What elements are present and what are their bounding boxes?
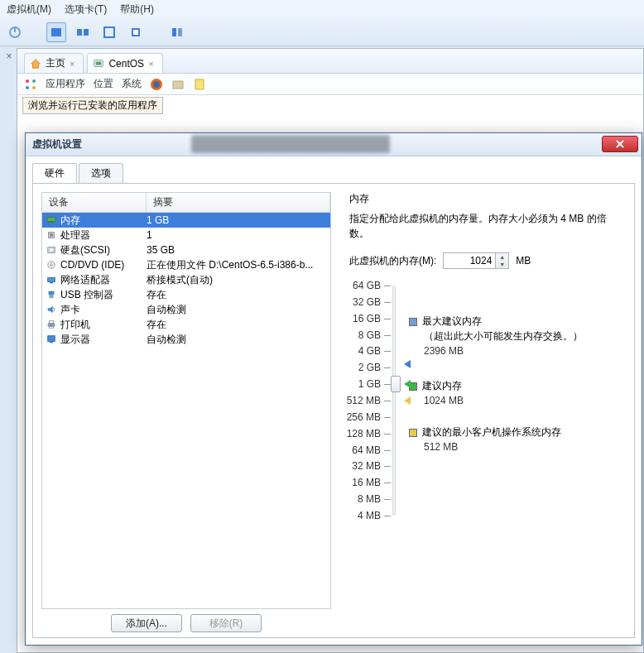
tab-home-close-icon[interactable]: ×: [70, 59, 74, 69]
view-multi-icon[interactable]: [73, 22, 93, 42]
fullscreen-icon[interactable]: [99, 22, 119, 42]
dialog-titlebar[interactable]: 虚拟机设置: [26, 133, 642, 156]
col-device: 设备: [42, 193, 147, 212]
scale-tick-label: 1 GB: [358, 378, 381, 390]
dialog-body: 硬件 选项 设备 摘要 内存1 GB处理器1硬盘(SCSI)35 GBCD/DV…: [26, 156, 642, 645]
power-icon[interactable]: [5, 22, 25, 42]
svg-rect-20: [195, 79, 204, 89]
device-row-cd[interactable]: CD/DVD (IDE)正在使用文件 D:\CentOS-6.5-i386-b.…: [42, 257, 330, 272]
appbar-apps[interactable]: 应用程序: [46, 77, 85, 91]
scale-tick-label: 8 GB: [358, 329, 381, 341]
device-summary: 桥接模式(自动): [147, 273, 327, 287]
spinner-up-icon[interactable]: ▲: [496, 253, 508, 261]
appbar-system[interactable]: 系统: [122, 77, 142, 91]
files-icon[interactable]: [171, 78, 185, 91]
device-list[interactable]: 设备 摘要 内存1 GB处理器1硬盘(SCSI)35 GBCD/DVD (IDE…: [41, 192, 331, 609]
menu-tabs[interactable]: 选项卡(T): [65, 2, 107, 17]
scale-tick: [384, 384, 391, 385]
add-device-button[interactable]: 添加(A)...: [111, 614, 182, 632]
svg-point-18: [153, 81, 160, 88]
device-name: 处理器: [60, 228, 90, 242]
device-row-mem[interactable]: 内存1 GB: [42, 213, 330, 228]
home-icon: [30, 58, 41, 70]
notes-icon[interactable]: [193, 78, 206, 91]
scale-tick: [384, 367, 391, 368]
svg-point-32: [50, 264, 53, 266]
spinner-down-icon[interactable]: ▼: [496, 261, 508, 268]
hdd-icon: [46, 245, 57, 255]
dsp-icon: [46, 334, 57, 344]
device-row-usb[interactable]: USB 控制器存在: [42, 287, 330, 302]
guest-appbar: 应用程序 位置 系统: [17, 74, 643, 95]
tab-hardware[interactable]: 硬件: [32, 163, 77, 183]
device-row-net[interactable]: 网络适配器桥接模式(自动): [42, 272, 330, 287]
mem-icon: [46, 215, 57, 225]
svg-marker-10: [31, 59, 41, 68]
cpu-icon: [46, 230, 57, 240]
cd-icon: [46, 260, 57, 270]
scale-tick-label: 256 MB: [347, 411, 381, 423]
menu-help[interactable]: 帮助(H): [120, 2, 154, 17]
snd-icon: [46, 305, 57, 314]
svg-rect-4: [84, 29, 89, 36]
pane-close-icon[interactable]: ×: [3, 51, 15, 63]
device-name: 打印机: [60, 318, 90, 332]
tab-centos-close-icon[interactable]: ×: [148, 59, 153, 69]
scale-tick: [384, 417, 391, 418]
svg-rect-35: [49, 291, 55, 295]
remove-device-button: 移除(R): [190, 614, 262, 632]
scale-tick: [384, 434, 391, 435]
library-icon[interactable]: [167, 22, 187, 42]
memory-slider-thumb[interactable]: [391, 376, 401, 392]
legend-max-value: 2396 MB: [424, 345, 464, 357]
tab-centos[interactable]: CentOS ×: [87, 53, 162, 73]
scale-tick-label: 2 GB: [358, 362, 381, 373]
scale-tick-label: 64 GB: [353, 280, 381, 291]
firefox-icon[interactable]: [150, 78, 163, 91]
svg-rect-34: [50, 282, 52, 284]
svg-rect-42: [50, 342, 52, 343]
svg-rect-38: [48, 323, 55, 326]
device-name: 声卡: [60, 303, 80, 317]
marker-min-icon: [404, 396, 411, 405]
svg-rect-28: [50, 233, 52, 236]
device-row-prn[interactable]: 打印机存在: [42, 317, 330, 332]
legend-min: 建议的最小客户机操作系统内存 512 MB: [409, 425, 583, 454]
svg-rect-24: [48, 222, 50, 223]
svg-point-15: [26, 86, 29, 89]
apps-icon: [24, 78, 37, 91]
device-row-hdd[interactable]: 硬盘(SCSI)35 GB: [42, 242, 330, 257]
tooltip-bar: 浏览并运行已安装的应用程序: [17, 95, 643, 113]
memory-input[interactable]: [443, 252, 496, 269]
unity-icon[interactable]: [126, 22, 146, 42]
device-row-snd[interactable]: 声卡自动检测: [42, 302, 330, 317]
scale-tick: [384, 335, 391, 336]
device-summary: 1: [147, 229, 327, 241]
scale-tick: [384, 499, 391, 500]
device-row-cpu[interactable]: 处理器1: [42, 228, 330, 242]
svg-point-30: [50, 248, 52, 251]
memory-panel: 内存 指定分配给此虚拟机的内存量。内存大小必须为 4 MB 的倍数。 此虚拟机的…: [339, 184, 634, 637]
tab-centos-label: CentOS: [108, 58, 144, 70]
memory-spinner[interactable]: ▲▼: [496, 252, 509, 269]
svg-marker-37: [48, 306, 53, 314]
tab-options[interactable]: 选项: [79, 163, 123, 183]
memory-description: 指定分配给此虚拟机的内存量。内存大小必须为 4 MB 的倍数。: [349, 211, 624, 241]
scale-tick: [384, 401, 391, 401]
settings-panel: 设备 摘要 内存1 GB处理器1硬盘(SCSI)35 GBCD/DVD (IDE…: [32, 183, 635, 638]
scale-tick: [384, 516, 391, 516]
blurred-header-fragment: [191, 135, 390, 153]
memory-slider-track[interactable]: [392, 286, 396, 516]
view-single-icon[interactable]: [46, 22, 66, 42]
scale-tick-label: 8 MB: [358, 493, 381, 505]
svg-rect-26: [52, 222, 54, 223]
tab-home[interactable]: 主页 ×: [24, 53, 84, 73]
device-summary: 自动检测: [147, 303, 327, 317]
dialog-close-button[interactable]: [602, 136, 638, 152]
vm-icon: [93, 58, 104, 70]
scale-tick: [384, 302, 391, 303]
marker-rec-icon: [404, 380, 411, 388]
menu-vm[interactable]: 虚拟机(M): [7, 2, 51, 17]
appbar-location[interactable]: 位置: [94, 77, 113, 91]
device-row-dsp[interactable]: 显示器自动检测: [42, 332, 330, 347]
